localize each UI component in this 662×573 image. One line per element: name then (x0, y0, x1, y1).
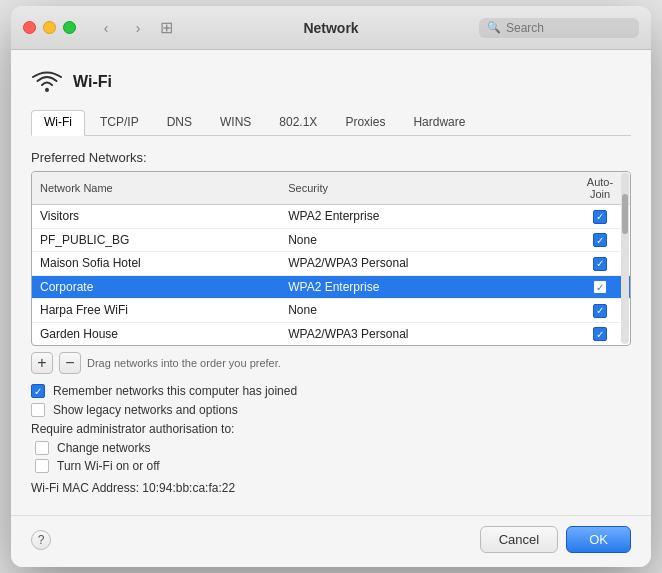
table-row[interactable]: Maison Sofia Hotel WPA2/WPA3 Personal ✓ (32, 252, 630, 276)
add-network-button[interactable]: + (31, 352, 53, 374)
forward-button[interactable]: › (124, 18, 152, 38)
auto-join-checkbox[interactable]: ✓ (593, 327, 607, 341)
mac-address-label: Wi-Fi MAC Address: (31, 481, 139, 495)
remove-network-button[interactable]: − (59, 352, 81, 374)
ok-button[interactable]: OK (566, 526, 631, 553)
network-preferences-window: ‹ › ⊞ Network 🔍 Wi-Fi (11, 6, 651, 567)
col-security: Security (280, 172, 570, 205)
table-row[interactable]: PF_PUBLIC_BG None ✓ (32, 228, 630, 252)
require-admin-label: Require administrator authorisation to: (31, 422, 631, 436)
mac-address-value: 10:94:bb:ca:fa:22 (142, 481, 235, 495)
traffic-lights (23, 21, 76, 34)
nav-buttons: ‹ › (92, 18, 152, 38)
turn-wifi-checkbox[interactable] (35, 459, 49, 473)
table-header-row: Network Name Security Auto-Join (32, 172, 630, 205)
table-row-selected[interactable]: Corporate WPA2 Enterprise ✓ (32, 275, 630, 299)
scrollbar[interactable] (621, 173, 629, 344)
show-legacy-checkbox[interactable] (31, 403, 45, 417)
table-row[interactable]: Visitors WPA2 Enterprise ✓ (32, 205, 630, 229)
maximize-button[interactable] (63, 21, 76, 34)
table-row[interactable]: Garden House WPA2/WPA3 Personal ✓ (32, 322, 630, 345)
security-cell: WPA2/WPA3 Personal (280, 322, 570, 345)
remember-networks-checkbox[interactable]: ✓ (31, 384, 45, 398)
cancel-button[interactable]: Cancel (480, 526, 558, 553)
change-networks-label: Change networks (57, 441, 150, 455)
close-button[interactable] (23, 21, 36, 34)
require-admin-section: Require administrator authorisation to: … (31, 422, 631, 473)
svg-point-0 (45, 88, 49, 92)
bottom-bar: ? Cancel OK (11, 515, 651, 567)
auto-join-checkbox[interactable]: ✓ (593, 210, 607, 224)
drag-hint: Drag networks into the order you prefer. (87, 357, 281, 369)
tab-proxies[interactable]: Proxies (332, 110, 398, 136)
remember-networks-row: ✓ Remember networks this computer has jo… (31, 384, 631, 398)
auto-join-checkbox[interactable]: ✓ (593, 257, 607, 271)
tabs-bar: Wi-Fi TCP/IP DNS WINS 802.1X Proxies Har… (31, 110, 631, 136)
add-remove-row: + − Drag networks into the order you pre… (31, 352, 631, 374)
scrollbar-thumb[interactable] (622, 194, 628, 234)
action-buttons: Cancel OK (480, 526, 631, 553)
main-content: Wi-Fi Wi-Fi TCP/IP DNS WINS 802.1X Proxi… (11, 50, 651, 515)
wifi-icon (31, 66, 63, 98)
security-cell: WPA2/WPA3 Personal (280, 252, 570, 276)
tab-hardware[interactable]: Hardware (400, 110, 478, 136)
tab-tcpip[interactable]: TCP/IP (87, 110, 152, 136)
turn-wifi-label: Turn Wi-Fi on or off (57, 459, 160, 473)
minimize-button[interactable] (43, 21, 56, 34)
show-legacy-label: Show legacy networks and options (53, 403, 238, 417)
preferred-networks-label: Preferred Networks: (31, 150, 631, 165)
security-cell: WPA2 Enterprise (280, 275, 570, 299)
network-name-cell: Visitors (32, 205, 280, 229)
networks-table: Network Name Security Auto-Join Visitors… (32, 172, 630, 345)
security-cell: None (280, 228, 570, 252)
auto-join-checkbox[interactable]: ✓ (593, 280, 607, 294)
wifi-header: Wi-Fi (31, 66, 631, 98)
options-section: ✓ Remember networks this computer has jo… (31, 384, 631, 417)
network-name-cell: PF_PUBLIC_BG (32, 228, 280, 252)
show-legacy-row: Show legacy networks and options (31, 403, 631, 417)
remember-networks-label: Remember networks this computer has join… (53, 384, 297, 398)
security-cell: None (280, 299, 570, 323)
turn-wifi-row: Turn Wi-Fi on or off (35, 459, 631, 473)
col-network-name: Network Name (32, 172, 280, 205)
tab-8021x[interactable]: 802.1X (266, 110, 330, 136)
networks-table-wrapper: Network Name Security Auto-Join Visitors… (31, 171, 631, 346)
security-cell: WPA2 Enterprise (280, 205, 570, 229)
networks-container: Network Name Security Auto-Join Visitors… (31, 171, 631, 346)
auto-join-checkbox[interactable]: ✓ (593, 304, 607, 318)
search-input[interactable] (506, 21, 626, 35)
search-icon: 🔍 (487, 21, 501, 34)
network-name-cell: Corporate (32, 275, 280, 299)
help-button[interactable]: ? (31, 530, 51, 550)
grid-icon[interactable]: ⊞ (160, 18, 173, 37)
table-row[interactable]: Harpa Free WiFi None ✓ (32, 299, 630, 323)
tab-wins[interactable]: WINS (207, 110, 264, 136)
network-name-cell: Garden House (32, 322, 280, 345)
titlebar: ‹ › ⊞ Network 🔍 (11, 6, 651, 50)
mac-address-row: Wi-Fi MAC Address: 10:94:bb:ca:fa:22 (31, 481, 631, 495)
window-title: Network (303, 20, 358, 36)
network-name-cell: Maison Sofia Hotel (32, 252, 280, 276)
wifi-label: Wi-Fi (73, 73, 112, 91)
network-name-cell: Harpa Free WiFi (32, 299, 280, 323)
change-networks-checkbox[interactable] (35, 441, 49, 455)
change-networks-row: Change networks (35, 441, 631, 455)
tab-wifi[interactable]: Wi-Fi (31, 110, 85, 136)
auto-join-checkbox[interactable]: ✓ (593, 233, 607, 247)
tab-dns[interactable]: DNS (154, 110, 205, 136)
search-box[interactable]: 🔍 (479, 18, 639, 38)
back-button[interactable]: ‹ (92, 18, 120, 38)
